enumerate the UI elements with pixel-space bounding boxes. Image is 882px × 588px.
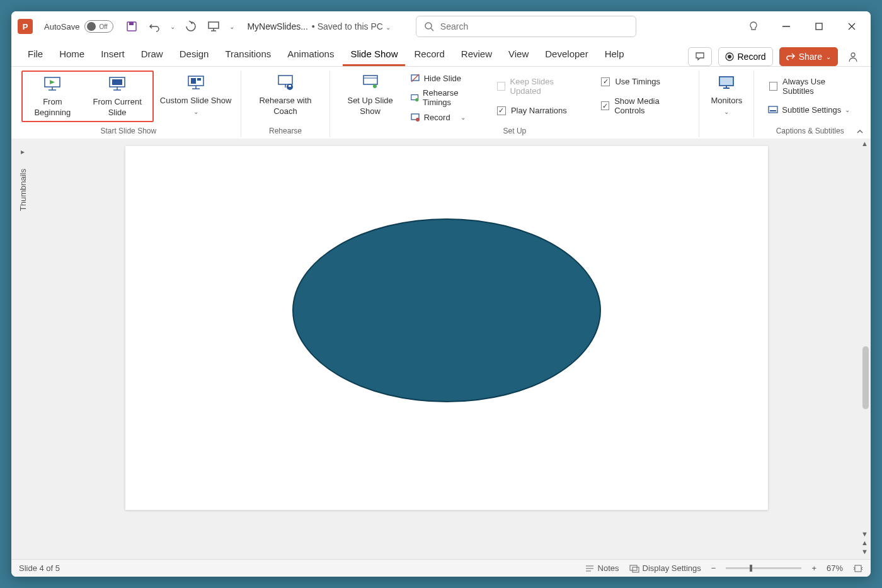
zoom-out-button[interactable]: − <box>711 563 716 573</box>
redo-button[interactable] <box>184 20 198 33</box>
from-current-slide-button[interactable]: From Current Slide <box>83 72 152 121</box>
monitors-button[interactable]: Monitors⌄ <box>704 71 748 120</box>
show-media-controls-check[interactable]: ✓ Show Media Controls <box>597 94 687 118</box>
vertical-scrollbar[interactable]: ▲ ▼ ▲ ▼ <box>859 139 871 559</box>
share-button[interactable]: Share ⌄ <box>779 47 838 66</box>
present-from-beginning-button[interactable] <box>207 20 220 33</box>
always-subtitles-check[interactable]: Always Use Subtitles <box>765 74 854 98</box>
subtitle-settings-button[interactable]: Subtitle Settings ⌄ <box>765 103 854 116</box>
tab-draw[interactable]: Draw <box>134 43 171 66</box>
notes-button[interactable]: Notes <box>585 563 619 573</box>
tab-slide-show[interactable]: Slide Show <box>343 43 405 66</box>
from-current-icon <box>107 74 127 94</box>
setup-checks-col1: Keep Slides Updated ✓ Play Narrations <box>487 71 589 122</box>
lightbulb-icon[interactable] <box>746 19 761 34</box>
notes-icon <box>585 564 595 573</box>
scroll-down-arrow[interactable]: ▼ <box>861 530 868 538</box>
slide[interactable] <box>125 146 768 510</box>
tab-record[interactable]: Record <box>406 43 452 66</box>
svg-rect-45 <box>770 110 776 111</box>
search-icon <box>424 21 434 31</box>
account-button[interactable] <box>844 48 862 65</box>
quick-access-toolbar: ⌄ ⌄ <box>125 20 234 33</box>
tab-design[interactable]: Design <box>172 43 217 66</box>
tab-animations[interactable]: Animations <box>280 43 341 66</box>
slide-canvas-area[interactable] <box>34 139 859 559</box>
tab-file[interactable]: File <box>20 43 50 66</box>
close-button[interactable] <box>844 19 859 34</box>
thumbnails-label[interactable]: Thumbnails <box>18 169 28 211</box>
setup-small-buttons: Hide Slide Rehearse Timings Record ⌄ <box>408 71 484 123</box>
minimize-button[interactable] <box>779 19 794 34</box>
hide-slide-button[interactable]: Hide Slide <box>408 72 484 84</box>
next-slide-button[interactable]: ▼ <box>861 548 868 555</box>
slide-counter[interactable]: Slide 4 of 5 <box>19 563 60 573</box>
svg-point-39 <box>416 118 420 122</box>
use-timings-check[interactable]: ✓ Use Timings <box>597 74 687 89</box>
group-label-captions: Captions & Subtitles <box>776 125 844 137</box>
play-narrations-check[interactable]: ✓ Play Narrations <box>493 103 583 118</box>
svg-rect-27 <box>278 76 292 84</box>
svg-rect-44 <box>769 106 777 113</box>
monitor-icon <box>716 73 736 93</box>
collapse-ribbon-button[interactable] <box>856 127 864 136</box>
search-input[interactable] <box>440 21 628 31</box>
from-beginning-button[interactable]: From Beginning <box>23 72 83 121</box>
app-icon: P <box>18 19 33 34</box>
document-title[interactable]: MyNewSlides... • Saved to this PC ⌄ <box>247 21 390 31</box>
display-settings-label: Display Settings <box>643 563 701 573</box>
qat-customize-arrow[interactable]: ⌄ <box>229 23 234 30</box>
svg-rect-30 <box>289 85 291 87</box>
use-timings-label: Use Timings <box>615 77 660 86</box>
setup-label: Set Up Slide Show <box>339 96 401 117</box>
tab-help[interactable]: Help <box>597 43 632 66</box>
record-dropdown-button[interactable]: Record ⌄ <box>408 111 484 123</box>
tab-view[interactable]: View <box>501 43 536 66</box>
scrollbar-thumb[interactable] <box>862 346 869 409</box>
autosave-toggle[interactable]: Off <box>84 20 113 33</box>
rehearse-with-coach-button[interactable]: Rehearse with Coach <box>246 71 325 120</box>
save-button[interactable] <box>125 20 139 33</box>
zoom-level[interactable]: 67% <box>827 563 843 573</box>
play-narrations-label: Play Narrations <box>511 106 567 115</box>
setup-slide-show-button[interactable]: Set Up Slide Show <box>335 71 404 120</box>
statusbar-right: Notes Display Settings − + 67% <box>585 563 863 573</box>
checkbox-icon: ✓ <box>601 77 610 86</box>
record-small-label: Record <box>424 113 450 122</box>
custom-show-icon <box>186 73 206 93</box>
oval-shape[interactable] <box>292 218 601 402</box>
zoom-slider-thumb[interactable] <box>750 565 752 572</box>
custom-slide-show-button[interactable]: Custom Slide Show ⌄ <box>156 71 236 120</box>
comments-button[interactable] <box>688 47 712 66</box>
monitors-label: Monitors⌄ <box>711 96 742 117</box>
rehearse-timings-icon <box>410 93 419 103</box>
tab-insert[interactable]: Insert <box>93 43 132 66</box>
display-settings-button[interactable]: Display Settings <box>629 563 701 573</box>
undo-button[interactable] <box>147 20 161 33</box>
record-label: Record <box>738 52 766 62</box>
rehearse-timings-button[interactable]: Rehearse Timings <box>408 87 484 108</box>
tab-developer[interactable]: Developer <box>537 43 595 66</box>
group-label-rehearse: Rehearse <box>269 125 302 137</box>
coach-label: Rehearse with Coach <box>250 96 321 117</box>
maximize-button[interactable] <box>811 19 827 34</box>
zoom-slider[interactable] <box>726 567 801 569</box>
show-media-label: Show Media Controls <box>614 96 684 115</box>
svg-rect-19 <box>112 79 122 85</box>
tab-home[interactable]: Home <box>52 43 92 66</box>
search-box[interactable] <box>416 16 636 37</box>
fit-to-window-button[interactable] <box>853 564 863 573</box>
scroll-up-arrow[interactable]: ▲ <box>861 140 868 147</box>
svg-line-6 <box>431 28 433 31</box>
tab-review[interactable]: Review <box>454 43 500 66</box>
setup-icon <box>360 73 381 93</box>
tab-transitions[interactable]: Transitions <box>217 43 278 66</box>
svg-rect-31 <box>364 76 377 84</box>
prev-slide-button[interactable]: ▲ <box>861 539 868 546</box>
undo-dropdown-arrow[interactable]: ⌄ <box>170 23 175 30</box>
zoom-in-button[interactable]: + <box>811 563 816 573</box>
svg-rect-8 <box>816 23 822 30</box>
svg-marker-15 <box>50 80 55 84</box>
expand-thumbnails-button[interactable]: ▸ <box>21 147 25 156</box>
record-button[interactable]: Record <box>718 47 773 66</box>
